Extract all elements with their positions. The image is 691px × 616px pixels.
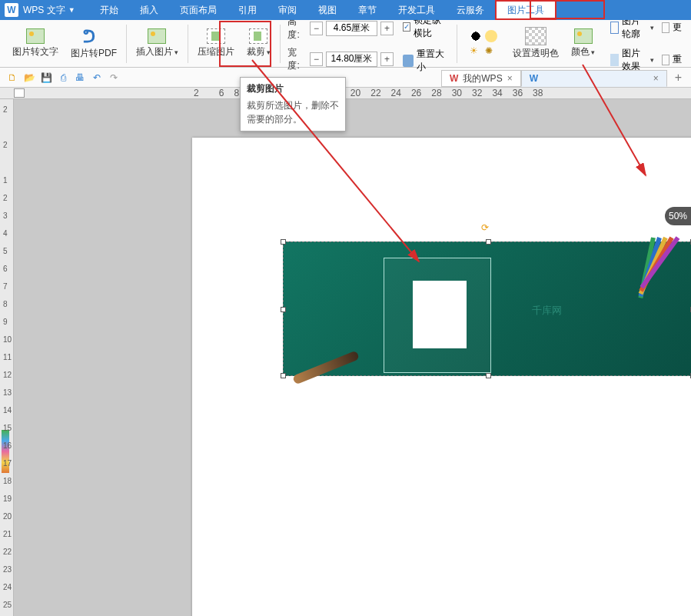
height-input[interactable]: 4.65厘米	[326, 21, 377, 36]
resize-handle-bl[interactable]	[281, 373, 286, 378]
resize-handle-l[interactable]	[281, 307, 286, 312]
doc-tab-active[interactable]: W ×	[521, 70, 667, 87]
ruler-v-num: 17	[3, 459, 12, 468]
ruler-v-num: 19	[3, 494, 12, 503]
undo-icon[interactable]: ↶	[91, 72, 103, 84]
menu-references[interactable]: 引用	[228, 0, 267, 20]
app-logo: W	[5, 3, 18, 17]
ruler-v-num: 10	[3, 335, 12, 344]
print-icon[interactable]: 🖶	[74, 72, 86, 84]
resize-handle-b[interactable]	[486, 373, 491, 378]
height-plus-button[interactable]: +	[380, 22, 394, 35]
compress-pic-label: 压缩图片	[198, 45, 234, 58]
ruler-v-num: 2	[3, 141, 8, 149]
ruler-v-num: 16	[3, 441, 12, 450]
height-minus-button[interactable]: −	[310, 22, 323, 35]
ruler-v-num: 3	[3, 211, 8, 220]
ruler-v-num: 11	[3, 353, 12, 361]
brightness-icon[interactable]	[485, 30, 497, 42]
ruler-v-num: 12	[3, 371, 12, 379]
adjust-col: ☀✺	[460, 30, 507, 58]
menu-review[interactable]: 审阅	[267, 0, 307, 20]
ruler-v-num: 18	[3, 477, 12, 485]
ribbon-pic-to-text[interactable]: 图片转文字	[6, 20, 65, 68]
ribbon-insert-pic[interactable]: 插入图片▾	[130, 20, 184, 68]
ruler-v-num: 6	[3, 265, 8, 273]
rotate-handle-icon[interactable]: ⟳	[481, 222, 495, 236]
ribbon-compress-pic[interactable]: 压缩图片	[191, 20, 241, 68]
reset-size-icon	[403, 55, 414, 67]
menu-start[interactable]: 开始	[89, 0, 129, 20]
ruler-v-num: 1	[3, 176, 8, 185]
dim-icon[interactable]: ✺	[485, 45, 497, 58]
resize-handle-t[interactable]	[486, 239, 491, 245]
separator	[126, 25, 127, 63]
print-preview-icon[interactable]: ⎙	[57, 72, 69, 84]
tab-close-icon[interactable]: ×	[653, 73, 659, 84]
pic-pdf-icon: ᕤ	[83, 27, 105, 45]
transparent-color-icon	[525, 27, 546, 45]
lock-ratio-checkbox[interactable]	[403, 22, 410, 32]
zoom-indicator[interactable]: 50%	[665, 207, 691, 225]
crop-tooltip: 裁剪图片 裁剪所选图片，删除不需要的部分。	[240, 77, 346, 132]
ribbon-pic-to-pdf[interactable]: ᕤ 图片转PDF	[65, 20, 123, 68]
ruler-v-num: 22	[3, 548, 12, 556]
save-icon[interactable]: 💾	[40, 72, 52, 84]
width-input[interactable]: 14.80厘米	[326, 52, 377, 67]
menu-page-layout[interactable]: 页面布局	[169, 0, 228, 20]
ruler-v-num: 25	[3, 601, 12, 609]
ruler-v-num: 14	[3, 406, 12, 415]
wps-logo-icon: W	[450, 73, 458, 84]
pic-to-text-label: 图片转文字	[12, 45, 58, 58]
color-icon	[574, 28, 593, 44]
menu-devtools[interactable]: 开发工具	[387, 0, 446, 20]
sun-icon[interactable]: ☀	[470, 45, 482, 58]
picture-brush	[292, 351, 360, 385]
pic-to-pdf-label: 图片转PDF	[71, 47, 117, 60]
more-outline-icon[interactable]	[662, 22, 669, 33]
open-icon[interactable]: 📂	[23, 72, 35, 84]
menu-view[interactable]: 视图	[307, 0, 347, 20]
separator	[280, 25, 281, 63]
tab-selector[interactable]	[14, 88, 25, 98]
document-page[interactable]: ⟳ 千库网	[192, 138, 691, 616]
ruler-v-num: 4	[3, 229, 8, 238]
ruler-v-num: 13	[3, 388, 12, 397]
app-dropdown-icon[interactable]: ▼	[68, 6, 75, 14]
width-plus-button[interactable]: +	[380, 52, 394, 66]
watermark-text: 千库网	[532, 304, 562, 318]
contrast-icon[interactable]	[470, 30, 482, 42]
canvas[interactable]: ⟳ 千库网	[14, 99, 691, 616]
new-doc-icon[interactable]: 🗋	[6, 72, 18, 84]
menu-chapter[interactable]: 章节	[347, 0, 387, 20]
redo-icon[interactable]: ↷	[108, 72, 120, 84]
picture-paper	[413, 281, 467, 348]
width-minus-button[interactable]: −	[310, 52, 323, 66]
ribbon-crop[interactable]: 裁剪▾	[241, 20, 277, 68]
menu-bar: W WPS 文字 ▼ 开始 插入 页面布局 引用 审阅 视图 章节 开发工具 云…	[0, 0, 691, 20]
width-label: 宽度:	[287, 46, 307, 72]
ruler-v-num: 23	[3, 565, 12, 574]
menu-picture-tools[interactable]: 图片工具	[495, 0, 556, 20]
more-label-2: 重	[673, 53, 682, 66]
doc-tab-wps-home[interactable]: W 我的WPS ×	[441, 70, 521, 87]
menu-cloud[interactable]: 云服务	[446, 0, 495, 20]
size-block: 高度: − 4.65厘米 + 宽度: − 14.80厘米 +	[283, 15, 397, 72]
tab-close-icon[interactable]: ×	[507, 73, 513, 84]
add-tab-button[interactable]: +	[675, 71, 682, 85]
work-area: 2212345678910111213141516171819202122232…	[0, 99, 691, 616]
document-tabs: W 我的WPS × W × +	[441, 68, 691, 87]
color-label: 颜色▾	[571, 45, 595, 58]
menu-insert[interactable]: 插入	[129, 0, 169, 20]
crop-icon	[249, 28, 267, 44]
ribbon-transparent-color[interactable]: 设置透明色	[507, 20, 565, 68]
crop-label: 裁剪▾	[247, 45, 271, 58]
resize-handle-tl[interactable]	[281, 239, 286, 245]
picture-pencils	[651, 238, 691, 307]
vertical-ruler[interactable]: 2212345678910111213141516171819202122232…	[0, 99, 14, 616]
ruler-v-num: 20	[3, 512, 12, 521]
more-effect-icon[interactable]	[662, 55, 669, 65]
ruler-v-num: 15	[3, 424, 12, 432]
selected-picture[interactable]: ⟳ 千库网	[283, 241, 691, 376]
ribbon-color[interactable]: 颜色▾	[565, 20, 601, 68]
